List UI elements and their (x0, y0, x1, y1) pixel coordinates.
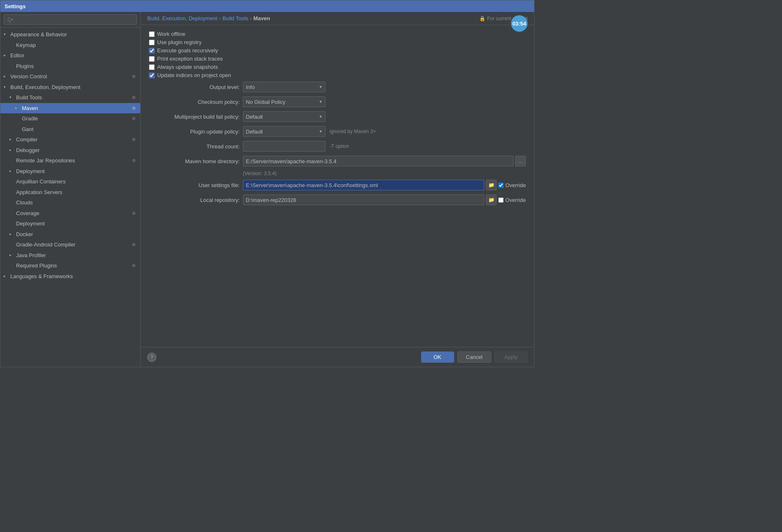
local-repo-row: Local repository: 📁 Override (149, 195, 526, 205)
sidebar-item-keymap[interactable]: Keymap (0, 40, 140, 51)
sidebar-item-deployment2[interactable]: Deployment (0, 218, 140, 229)
help-button[interactable]: ? (147, 353, 156, 362)
override-wrap-2: Override (498, 197, 526, 203)
arrow-icon: ▸ (9, 137, 15, 143)
search-input[interactable] (4, 14, 137, 25)
user-settings-browse-btn[interactable]: 📁 (486, 180, 497, 190)
sidebar-item-gradle[interactable]: Gradle⚙ (0, 113, 140, 124)
sidebar-item-label: Java Profiler (16, 251, 137, 260)
sidebar-item-label: Compiler (16, 136, 129, 144)
work-offline-checkbox[interactable] (149, 31, 155, 37)
ok-button[interactable]: OK (421, 352, 454, 363)
execute-goals-checkbox[interactable] (149, 48, 155, 54)
maven-home-row: Maven home directory: … (149, 156, 526, 166)
sidebar-item-debugger[interactable]: ▸Debugger (0, 145, 140, 156)
arrow-icon: ▾ (4, 32, 9, 37)
checksum-policy-value: No Global Policy (246, 99, 317, 105)
checkboxes-group: Work offline Use plugin registry Execute… (149, 31, 526, 78)
sidebar-item-label: Version Control (10, 73, 129, 81)
sidebar-item-compiler[interactable]: ▸Compiler⚙ (0, 134, 140, 145)
print-exception-checkbox[interactable] (149, 56, 155, 62)
local-repo-browse-btn[interactable]: 📁 (486, 195, 497, 205)
sidebar-item-label: Plugins (16, 62, 137, 70)
output-level-arrow: ▼ (319, 85, 323, 89)
sidebar-item-languages-frameworks[interactable]: ▸Languages & Frameworks (0, 271, 140, 282)
breadcrumb-sep-1: › (219, 15, 221, 21)
settings-badge-icon: ⚙ (130, 157, 137, 164)
clock-time: 03:54 (512, 21, 526, 27)
thread-count-control: -T option (243, 141, 526, 152)
search-bar (0, 12, 140, 28)
update-indices-row[interactable]: Update indices on project open (149, 72, 526, 78)
multiproject-build-combo[interactable]: Default ▼ (243, 111, 325, 122)
sidebar-item-label: Required Plugins (16, 262, 129, 270)
maven-home-input[interactable] (243, 156, 513, 166)
maven-home-browse-btn[interactable]: … (515, 156, 526, 166)
sidebar-item-arquillian-containers[interactable]: Arquillian Containers (0, 176, 140, 187)
sidebar-item-build-tools[interactable]: ▾Build Tools⚙ (0, 92, 140, 103)
thread-count-input[interactable] (243, 141, 325, 152)
update-indices-checkbox[interactable] (149, 73, 155, 78)
arrow-icon: ▾ (9, 95, 15, 101)
checksum-policy-combo[interactable]: No Global Policy ▼ (243, 96, 325, 107)
user-settings-label: User settings file: (149, 182, 240, 188)
use-plugin-registry-checkbox[interactable] (149, 40, 155, 45)
always-update-row[interactable]: Always update snapshots (149, 64, 526, 70)
user-settings-input[interactable] (243, 180, 484, 190)
sidebar-item-clouds[interactable]: Clouds (0, 197, 140, 208)
multiproject-build-label: Multiproject build fail policy: (149, 114, 240, 120)
settings-badge-icon: ⚙ (130, 115, 137, 122)
sidebar-item-label: Editor (10, 52, 137, 60)
work-offline-row[interactable]: Work offline (149, 31, 526, 37)
checksum-policy-label: Checksum policy: (149, 99, 240, 105)
sidebar-item-plugins[interactable]: Plugins (0, 61, 140, 72)
output-level-combo[interactable]: Info ▼ (243, 82, 325, 92)
plugin-update-value: Default (246, 129, 317, 135)
cancel-button[interactable]: Cancel (457, 352, 491, 363)
local-repo-input[interactable] (243, 195, 484, 205)
user-settings-override-label[interactable]: Override (505, 182, 526, 188)
checksum-policy-arrow: ▼ (319, 100, 323, 104)
sidebar-item-application-servers[interactable]: Application Servers (0, 187, 140, 198)
override-wrap-1: Override (498, 182, 526, 188)
breadcrumb: Build, Execution, Deployment › Build Too… (141, 12, 534, 25)
output-level-value: Info (246, 84, 317, 90)
clock-badge: 03:54 (511, 15, 528, 32)
sidebar-item-label: Build Tools (16, 94, 129, 102)
sidebar-item-maven[interactable]: ▸Maven⚙ (0, 103, 140, 114)
sidebar-item-gradle-android-compiler[interactable]: Gradle-Android Compiler⚙ (0, 239, 140, 250)
sidebar-item-label: Gant (22, 125, 137, 134)
breadcrumb-build-exec[interactable]: Build, Execution, Deployment (147, 15, 217, 21)
sidebar-item-required-plugins[interactable]: Required Plugins⚙ (0, 260, 140, 271)
local-repo-override-checkbox[interactable] (498, 197, 504, 203)
sidebar-item-label: Application Servers (16, 188, 137, 197)
breadcrumb-sep-2: › (250, 15, 252, 21)
main-area: ▾Appearance & BehaviorKeymap▸EditorPlugi… (0, 12, 534, 367)
user-settings-override-checkbox[interactable] (498, 183, 504, 188)
sidebar-item-docker[interactable]: ▸Docker (0, 229, 140, 240)
multiproject-build-arrow: ▼ (319, 115, 323, 119)
sidebar-item-coverage[interactable]: Coverage⚙ (0, 208, 140, 219)
sidebar-item-gant[interactable]: Gant (0, 124, 140, 135)
checksum-policy-row: Checksum policy: No Global Policy ▼ (149, 96, 526, 107)
maven-home-control: … (243, 156, 526, 166)
sidebar-item-version-control[interactable]: ▸Version Control⚙ (0, 71, 140, 82)
sidebar-item-editor[interactable]: ▸Editor (0, 50, 140, 61)
print-exception-row[interactable]: Print exception stack traces (149, 56, 526, 62)
sidebar-item-build-execution-deployment[interactable]: ▾Build, Execution, Deployment (0, 82, 140, 93)
sidebar-item-deployment[interactable]: ▸Deployment (0, 166, 140, 177)
sidebar-item-appearance-behavior[interactable]: ▾Appearance & Behavior (0, 29, 140, 40)
use-plugin-registry-row[interactable]: Use plugin registry (149, 39, 526, 45)
always-update-checkbox[interactable] (149, 64, 155, 70)
execute-goals-row[interactable]: Execute goals recursively (149, 47, 526, 54)
execute-goals-label: Execute goals recursively (157, 47, 218, 54)
thread-count-row: Thread count: -T option (149, 141, 526, 152)
settings-badge-icon: ⚙ (130, 210, 137, 216)
plugin-update-combo[interactable]: Default ▼ (243, 126, 325, 137)
apply-button[interactable]: Apply (495, 352, 528, 363)
sidebar-item-java-profiler[interactable]: ▸Java Profiler (0, 250, 140, 261)
content-area: Build, Execution, Deployment › Build Too… (141, 12, 534, 367)
local-repo-override-label[interactable]: Override (505, 197, 526, 203)
sidebar-item-remote-jar-repositories[interactable]: Remote Jar Repositories⚙ (0, 155, 140, 166)
breadcrumb-build-tools[interactable]: Build Tools (222, 15, 248, 21)
